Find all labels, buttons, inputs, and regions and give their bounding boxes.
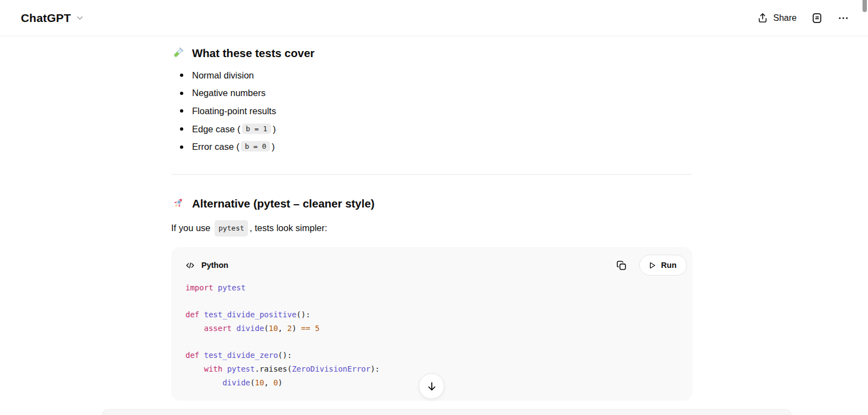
section-heading-alternative: Alternative (pytest – cleaner style) <box>171 197 375 210</box>
text: ) <box>273 124 276 134</box>
code-token: 10 <box>255 378 264 387</box>
tests-cover-list: Normal divisionNegative numbersFloating-… <box>171 66 665 156</box>
code-token: ) <box>278 378 283 387</box>
code-token: divide <box>236 324 264 333</box>
code-token: 2 <box>287 324 291 333</box>
code-token <box>185 324 204 333</box>
intro-paragraph: If you use pytest, tests look simpler: <box>171 221 327 237</box>
code-token: import <box>185 283 213 292</box>
code-language-label: Python <box>201 261 228 270</box>
list-item: Negative numbers <box>171 85 665 103</box>
code-token: divide <box>222 378 250 387</box>
code-token: def <box>185 310 199 319</box>
test-tube-emoji-icon <box>171 46 185 60</box>
copy-code-button[interactable] <box>613 256 630 274</box>
bullet-dot <box>180 145 183 149</box>
notes-icon <box>811 12 823 24</box>
chat-message-content: What these tests cover Normal divisionNe… <box>171 36 692 415</box>
code-token: , <box>264 378 273 387</box>
list-item: Edge case (b = 1) <box>171 120 665 138</box>
code-token <box>185 378 222 387</box>
code-token: assert <box>204 324 232 333</box>
code-token: pytest <box>227 364 255 373</box>
code-line: def test_divide_positive(): <box>185 308 678 322</box>
code-line: assert divide(10, 2) == 5 <box>185 322 678 335</box>
model-switcher[interactable]: ChatGPT <box>21 12 84 25</box>
inline-code: b = 0 <box>241 141 270 152</box>
code-token: ZeroDivisionError <box>292 364 370 373</box>
code-line: def test_divide_zero(): <box>185 349 678 362</box>
code-token: == <box>301 324 311 333</box>
list-item: Error case (b = 0) <box>171 138 665 156</box>
code-token <box>213 283 218 292</box>
text: , tests look simpler: <box>250 223 327 233</box>
code-token: def <box>185 351 199 360</box>
code-token <box>311 324 315 333</box>
code-token: ) <box>292 324 301 333</box>
inline-code: pytest <box>215 220 248 237</box>
code-token <box>222 364 227 373</box>
section-title: What these tests cover <box>192 47 314 60</box>
share-button[interactable]: Share <box>757 12 797 24</box>
more-options-button[interactable] <box>837 12 849 24</box>
scroll-to-bottom-button[interactable] <box>419 373 444 399</box>
code-token: test_divide_zero <box>204 351 278 360</box>
share-label: Share <box>773 13 797 23</box>
code-token: .raises( <box>255 364 291 373</box>
rocket-emoji-icon <box>171 197 185 210</box>
ellipsis-icon <box>837 12 849 24</box>
code-token <box>232 324 236 333</box>
top-bar: ChatGPT Share <box>0 0 868 36</box>
code-token: (): <box>278 351 292 360</box>
code-token: ): <box>370 364 380 373</box>
composer-top-edge[interactable] <box>102 409 791 415</box>
chevron-down-icon <box>75 13 84 23</box>
notes-button[interactable] <box>811 12 823 24</box>
top-bar-actions: Share <box>757 12 849 24</box>
code-brackets-icon <box>185 261 195 270</box>
code-token: (): <box>296 310 310 319</box>
text: Normal division <box>192 70 254 81</box>
code-block-header: Python Run <box>171 247 692 278</box>
code-token: 10 <box>269 324 278 333</box>
code-line <box>185 335 678 349</box>
text: Floating-point results <box>192 106 276 116</box>
code-token: , <box>278 324 288 333</box>
code-token: pytest <box>218 283 246 292</box>
bullet-dot <box>180 92 183 95</box>
list-item: Floating-point results <box>171 102 665 120</box>
play-icon <box>647 261 657 270</box>
share-icon <box>757 12 768 24</box>
app-title: ChatGPT <box>21 12 71 25</box>
text: Edge case ( <box>192 124 240 134</box>
arrow-down-icon <box>426 380 438 392</box>
code-language: Python <box>185 261 228 270</box>
code-block-actions: Run <box>613 255 687 276</box>
code-token: test_divide_positive <box>204 310 297 319</box>
run-code-button[interactable]: Run <box>639 255 687 276</box>
code-token: 5 <box>315 324 319 333</box>
code-token: with <box>204 364 223 373</box>
run-button-label: Run <box>661 261 677 270</box>
code-token <box>199 351 204 360</box>
code-line <box>185 295 678 309</box>
code-token <box>185 364 204 373</box>
section-divider <box>171 174 692 175</box>
bullet-dot <box>180 127 183 131</box>
bullet-dot <box>180 109 183 113</box>
code-content: import pytest def test_divide_positive()… <box>171 278 692 390</box>
scrollbar-thumb[interactable] <box>863 0 867 12</box>
code-token: 0 <box>273 378 278 387</box>
section-title: Alternative (pytest – cleaner style) <box>192 197 375 210</box>
text: Negative numbers <box>192 88 266 98</box>
code-token: ( <box>264 324 268 333</box>
inline-code: b = 1 <box>242 124 271 134</box>
bullet-dot <box>180 74 183 77</box>
text: ) <box>272 142 275 152</box>
text: If you use <box>171 223 213 233</box>
code-token <box>199 310 204 319</box>
copy-icon <box>616 260 627 271</box>
section-heading-tests: What these tests cover <box>171 46 314 60</box>
list-item: Normal division <box>171 66 665 85</box>
text: Error case ( <box>192 142 239 152</box>
